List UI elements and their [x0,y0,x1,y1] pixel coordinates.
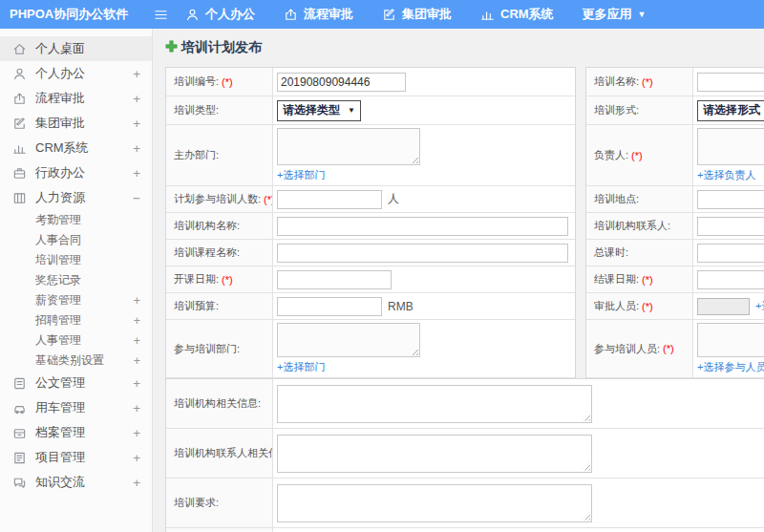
label-text: 参与培训部门: [174,342,240,356]
form-row-course-name: 培训课程名称: [166,240,575,266]
form-row-training-name: 培训名称:(*) [586,68,764,96]
participants-link[interactable]: +选择参与人员 [697,360,764,374]
topnav-item-4[interactable]: 更多应用▼ [583,6,647,23]
chat-icon [12,476,27,490]
start-date-input[interactable] [277,270,392,289]
sidebar-item-label: 集团审批 [35,115,85,132]
sidebar-subitem-6-4[interactable]: 薪资管理+ [0,290,152,310]
expand-plus-icon: + [133,67,140,81]
sidebar-item-2[interactable]: 流程审批+ [0,86,152,111]
host-department-textarea[interactable] [277,128,420,165]
training-type-select[interactable]: 请选择类型▼ [277,100,361,121]
org-contact-info-textarea[interactable] [277,435,592,473]
expand-plus-icon: + [133,426,140,440]
expand-plus-icon: + [133,141,140,156]
requirements-label: 培训要求: [166,479,273,527]
sidebar-item-label: 公文管理 [35,374,85,392]
training-form-select-value: 请选择形式 [703,102,760,118]
sidebar-subitem-6-6[interactable]: 人事管理+ [0,330,152,351]
approver-label: 审批人员:(*) [586,293,693,319]
leader-link[interactable]: +选择负责人 [697,168,764,182]
training-form-select[interactable]: 请选择形式▼ [697,100,764,121]
total-hours-input[interactable] [697,244,764,263]
hamburger-icon[interactable] [149,0,172,29]
end-date-input[interactable] [697,270,764,289]
sidebar-item-11[interactable]: 知识交流+ [0,470,152,495]
end-date-label: 结课日期:(*) [586,266,693,292]
label-text: 培训课程名称: [174,245,240,260]
topnav-label: CRM系统 [500,6,554,23]
planned-participants-input[interactable] [277,190,382,209]
topnav-item-2[interactable]: 集团审批 [382,6,452,23]
sidebar-item-label: 人力资源 [35,189,85,206]
sidebar-item-5[interactable]: 行政办公+ [0,160,152,185]
sidebar-subitem-label: 招聘管理 [35,312,81,329]
budget-suffix: RMB [388,300,414,313]
participants-textarea[interactable] [697,323,764,357]
label-text: 培训预算: [174,299,219,313]
label-text: 主办部门: [174,148,219,162]
sidebar-item-9[interactable]: 档案管理+ [0,420,152,445]
sidebar-subitem-6-5[interactable]: 招聘管理+ [0,310,152,330]
training-no-input[interactable] [277,73,406,92]
form-row-start-date: 开课日期:(*) [166,266,575,293]
sidebar-item-10[interactable]: 项目管理+ [0,445,152,470]
budget-input[interactable] [277,297,382,316]
form-row-planned-participants: 计划参与培训人数:(*)人 [166,186,575,213]
org-name-input[interactable] [277,217,568,236]
main-content: 培训计划发布 培训编号:(*)培训类型:请选择类型▼主办部门:+选择部门计划参与… [154,29,764,532]
form-table-gap [576,67,585,378]
attachment-label: 附件资料: [166,528,273,532]
participating-departments-label: 参与培训部门: [166,320,273,377]
sidebar-item-label: 行政办公 [35,164,85,181]
training-name-label: 培训名称:(*) [586,68,693,96]
approver-input[interactable] [697,298,750,315]
sidebar-item-3[interactable]: 集团审批+ [0,111,152,136]
required-marker: (*) [631,150,643,161]
sidebar-subitem-label: 基础类别设置 [35,352,104,369]
label-text: 培训机构名称: [174,219,240,233]
org-info-textarea[interactable] [277,385,592,423]
form-row-org-contact: 培训机构联系人: [586,213,764,240]
sidebar-subitem-6-0[interactable]: 考勤管理 [0,210,152,230]
approver-link[interactable]: +选择审批人员 [755,299,764,313]
chart-icon [12,141,27,156]
org-contact-input[interactable] [697,217,764,236]
expand-plus-icon: + [134,334,140,348]
org-contact-label: 培训机构联系人: [586,213,693,239]
book-icon [12,191,27,205]
form-row-attachment: 附件资料:+附件上传 [166,528,764,532]
label-text: 培训机构联系人相关信息: [174,446,273,460]
participating-departments-textarea[interactable] [277,323,420,357]
sidebar-item-4[interactable]: CRM系统+ [0,136,152,160]
required-marker: (*) [642,301,653,312]
sidebar-subitem-6-2[interactable]: 培训管理 [0,250,152,270]
training-form-label: 培训形式: [586,96,693,124]
topnav-label: 更多应用 [583,6,632,23]
required-marker: (*) [663,343,674,354]
requirements-textarea[interactable] [277,484,592,522]
course-name-input[interactable] [277,244,568,263]
sidebar-item-0[interactable]: 个人桌面 [0,36,152,61]
label-text: 负责人: [594,148,628,162]
sidebar-subitem-6-7[interactable]: 基础类别设置+ [0,351,152,371]
sidebar-subitem-6-3[interactable]: 奖惩记录 [0,270,152,290]
topnav-item-1[interactable]: 流程审批 [284,6,353,23]
sidebar-item-1[interactable]: 个人办公+ [0,61,152,86]
topnav-item-0[interactable]: 个人办公 [185,6,255,23]
sidebar-item-8[interactable]: 用车管理+ [0,395,152,420]
host-department-link[interactable]: +选择部门 [277,168,571,182]
topnav-item-3[interactable]: CRM系统 [480,6,554,23]
expand-plus-icon: + [133,376,140,391]
participating-departments-link[interactable]: +选择部门 [277,360,571,374]
location-input[interactable] [697,190,764,209]
sidebar-subitem-label: 人事合同 [35,232,81,248]
flow-icon [284,8,298,22]
sidebar-item-6[interactable]: 人力资源− [0,185,152,210]
label-text: 培训要求: [174,496,219,510]
expand-plus-icon: + [133,92,140,106]
leader-textarea[interactable] [697,128,764,165]
sidebar-subitem-6-1[interactable]: 人事合同 [0,230,152,250]
training-name-input[interactable] [697,73,764,92]
sidebar-item-7[interactable]: 公文管理+ [0,371,152,395]
